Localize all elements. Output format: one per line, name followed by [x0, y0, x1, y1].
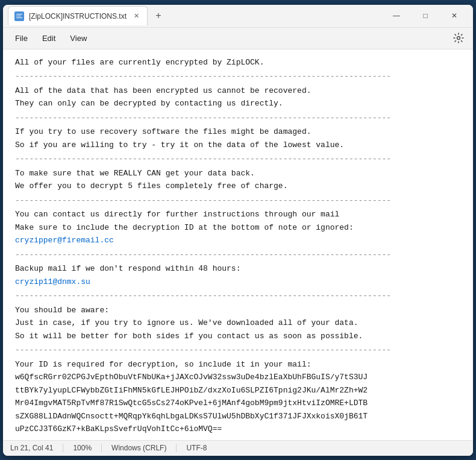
menu-items: File Edit View [8, 31, 449, 45]
svg-point-0 [457, 37, 460, 40]
notepad-window: [ZipLOCK]INSTRUCTIONS.txt ✕ + — □ ✕ File… [3, 5, 473, 456]
title-bar-left: [ZipLOCK]INSTRUCTIONS.txt ✕ + [8, 6, 383, 25]
line-5: So if you are willing to try - try it on… [15, 139, 461, 151]
line-9: Make sure to include the decryption ID a… [15, 222, 461, 234]
title-bar: [ZipLOCK]INSTRUCTIONS.txt ✕ + — □ ✕ [3, 5, 473, 28]
id-line-4: sZXG88LlDAdnWQCnsoctt+MQRqpYk6qhLbgaLDKs… [15, 411, 461, 423]
line-3: They can only can be decrypted by contac… [15, 98, 461, 110]
minimize-button[interactable]: — [383, 6, 410, 25]
email-1[interactable]: cryzipper@firemail.cc [15, 235, 461, 247]
id-line-1: w6QfscRGrr02CPGJvEpthObuVtFNbUKa+jJAXcOJ… [15, 371, 461, 383]
cursor-position: Ln 21, Col 41 [10, 444, 63, 452]
divider-5: ----------------------------------------… [15, 249, 461, 261]
line-11: You should be aware: [15, 304, 461, 317]
menu-bar: File Edit View [3, 28, 473, 49]
line-12: Just in case, if you try to ignore us. W… [15, 317, 461, 329]
zoom-level: 100% [63, 444, 102, 452]
line-6: To make sure that we REALLY CAN get your… [15, 168, 461, 180]
divider-6: ----------------------------------------… [15, 290, 461, 302]
divider-1: ----------------------------------------… [15, 71, 461, 83]
divider-2: ----------------------------------------… [15, 112, 461, 124]
tab-close-button[interactable]: ✕ [131, 11, 141, 21]
id-line-2: ttBYk7ylyupLCFWybbZGtIiFhMN5kGfLEJHPOibZ… [15, 385, 461, 397]
line-14: Your ID is required for decryption, so i… [15, 359, 461, 371]
id-line-3: Mr04ImgvMAT5RpTvMf87R1SwQtcG5sCs274oKPve… [15, 397, 461, 409]
file-icon [14, 11, 24, 21]
encoding: UTF-8 [177, 444, 216, 452]
divider-3: ----------------------------------------… [15, 153, 461, 165]
text-content[interactable]: All of your files are currently encrypte… [3, 49, 473, 440]
line-8: You can contact us directly for further … [15, 209, 461, 221]
line-10: Backup mail if we don't respond within 4… [15, 263, 461, 275]
line-4: If you try to use recovery software the … [15, 126, 461, 138]
window-controls: — □ ✕ [383, 6, 468, 25]
close-button[interactable]: ✕ [440, 6, 468, 25]
menu-view[interactable]: View [63, 31, 94, 45]
menu-file[interactable]: File [8, 31, 35, 45]
line-13: So it will be better for both sides if y… [15, 330, 461, 342]
id-line-5: uPzCCJ3T6GzK7+kBaKLpsSvefrUqVohItCc+6ioM… [15, 423, 461, 435]
line-2: All of the data that has been encrypted … [15, 85, 461, 97]
email-2[interactable]: cryzip11@dnmx.su [15, 276, 461, 288]
divider-4: ----------------------------------------… [15, 195, 461, 207]
settings-button[interactable] [449, 28, 468, 48]
menu-edit[interactable]: Edit [35, 31, 63, 45]
maximize-button[interactable]: □ [412, 6, 439, 25]
status-bar: Ln 21, Col 41 100% Windows (CRLF) UTF-8 [3, 440, 473, 456]
line-1: All of your files are currently encrypte… [15, 57, 461, 69]
active-tab[interactable]: [ZipLOCK]INSTRUCTIONS.txt ✕ [8, 6, 148, 25]
divider-7: ----------------------------------------… [15, 344, 461, 356]
line-ending: Windows (CRLF) [102, 444, 177, 452]
new-tab-button[interactable]: + [150, 7, 167, 24]
tab-title: [ZipLOCK]INSTRUCTIONS.txt [29, 12, 127, 20]
line-7: We offer you to decrypt 5 files complete… [15, 180, 461, 192]
